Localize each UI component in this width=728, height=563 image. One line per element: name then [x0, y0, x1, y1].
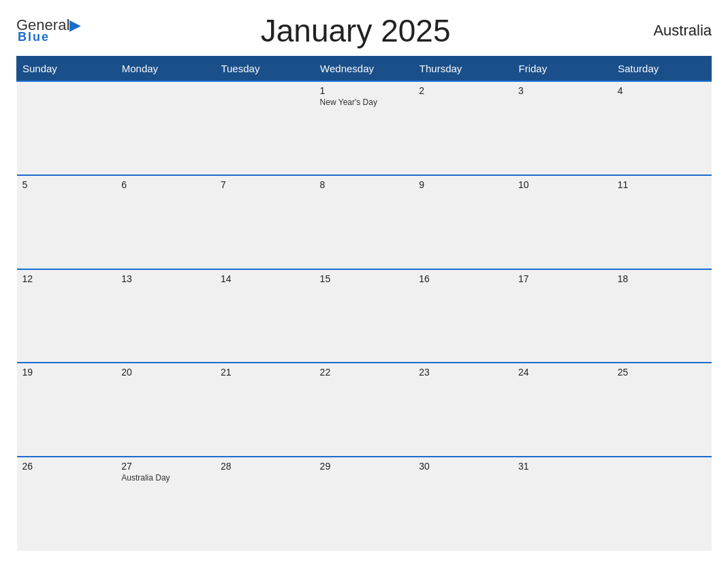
day-number: 13 [121, 273, 210, 284]
day-number: 7 [221, 179, 309, 190]
calendar-cell: 3 [513, 81, 612, 175]
col-saturday: Saturday [612, 57, 712, 82]
day-number: 22 [320, 367, 409, 378]
calendar-cell: 4 [612, 81, 712, 175]
calendar-cell: 21 [215, 363, 315, 457]
calendar-week-row: 12131415161718 [17, 269, 712, 363]
calendar-cell: 16 [413, 269, 513, 363]
day-number: 24 [518, 367, 607, 378]
day-number: 4 [618, 85, 706, 96]
calendar-cell: 23 [413, 363, 513, 457]
day-number: 14 [221, 273, 309, 284]
calendar-cell: 25 [612, 363, 712, 457]
day-number: 17 [518, 273, 607, 284]
day-number: 29 [320, 461, 409, 472]
calendar-cell: 22 [315, 363, 414, 457]
calendar-cell: 24 [513, 363, 612, 457]
day-number: 21 [221, 367, 309, 378]
calendar-week-row: 19202122232425 [17, 363, 712, 457]
calendar-cell [215, 81, 315, 175]
day-event: Australia Day [121, 473, 210, 483]
calendar-cell: 11 [612, 175, 712, 269]
day-number: 31 [518, 461, 607, 472]
col-friday: Friday [513, 57, 612, 82]
country-label: Australia [630, 22, 712, 40]
day-number: 23 [419, 367, 507, 378]
calendar-cell: 26 [17, 457, 116, 551]
calendar-week-row: 2627Australia Day28293031 [17, 457, 712, 551]
day-number: 12 [22, 273, 111, 284]
day-number: 25 [618, 367, 706, 378]
calendar-cell: 27Australia Day [116, 457, 215, 551]
day-number: 10 [518, 179, 607, 190]
calendar-table: Sunday Monday Tuesday Wednesday Thursday… [16, 56, 712, 551]
day-number: 30 [419, 461, 507, 472]
day-number: 28 [221, 461, 309, 472]
calendar-title: January 2025 [81, 12, 630, 49]
calendar-cell: 7 [215, 175, 315, 269]
col-tuesday: Tuesday [215, 57, 315, 82]
col-thursday: Thursday [413, 57, 513, 82]
calendar-cell: 17 [513, 269, 612, 363]
day-number: 6 [121, 179, 210, 190]
calendar-cell: 12 [17, 269, 116, 363]
calendar-cell: 28 [215, 457, 315, 551]
col-sunday: Sunday [17, 57, 116, 82]
calendar-header-row: Sunday Monday Tuesday Wednesday Thursday… [17, 57, 712, 82]
calendar-cell: 20 [116, 363, 215, 457]
day-number: 20 [121, 367, 210, 378]
calendar-cell: 10 [513, 175, 612, 269]
logo-blue-text: ▶ [69, 16, 81, 33]
calendar-cell: 31 [513, 457, 612, 551]
day-number: 5 [22, 179, 111, 190]
calendar-week-row: 1New Year's Day234 [17, 81, 712, 175]
day-number: 18 [618, 273, 706, 284]
day-number: 11 [618, 179, 706, 190]
calendar-cell: 2 [413, 81, 513, 175]
calendar-cell: 1New Year's Day [315, 81, 414, 175]
calendar-cell: 6 [116, 175, 215, 269]
day-number: 19 [22, 367, 111, 378]
calendar-cell: 9 [413, 175, 513, 269]
calendar-cell: 15 [315, 269, 414, 363]
day-number: 9 [419, 179, 507, 190]
calendar-cell: 18 [612, 269, 712, 363]
page-header: General▶ Blue January 2025 Australia [16, 12, 712, 49]
day-number: 8 [320, 179, 409, 190]
calendar-cell [116, 81, 215, 175]
calendar-cell: 8 [315, 175, 414, 269]
calendar-cell: 5 [17, 175, 116, 269]
calendar-cell: 29 [315, 457, 414, 551]
calendar-week-row: 567891011 [17, 175, 712, 269]
col-wednesday: Wednesday [315, 57, 414, 82]
calendar-cell [17, 81, 116, 175]
calendar-cell [612, 457, 712, 551]
day-number: 15 [320, 273, 409, 284]
day-number: 1 [320, 85, 409, 96]
day-number: 26 [22, 461, 111, 472]
col-monday: Monday [116, 57, 215, 82]
day-number: 27 [121, 461, 210, 472]
day-number: 2 [419, 85, 507, 96]
logo: General▶ Blue [16, 18, 81, 44]
calendar-cell: 14 [215, 269, 315, 363]
calendar-cell: 30 [413, 457, 513, 551]
day-event: New Year's Day [320, 97, 409, 107]
day-number: 16 [419, 273, 507, 284]
logo-underline: Blue [18, 30, 50, 44]
calendar-cell: 19 [17, 363, 116, 457]
calendar-cell: 13 [116, 269, 215, 363]
day-number: 3 [518, 85, 607, 96]
